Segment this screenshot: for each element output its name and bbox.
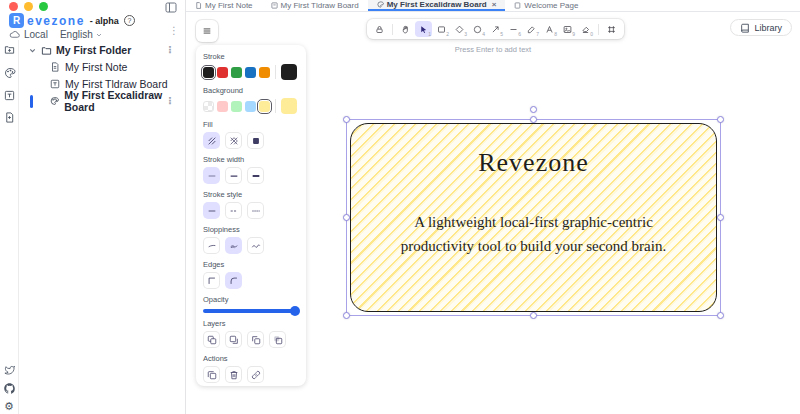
stroke-color-blue[interactable]	[245, 67, 256, 78]
window-controls	[9, 2, 48, 11]
help-icon[interactable]: ?	[124, 15, 135, 26]
add-folder-icon[interactable]	[4, 44, 15, 55]
fill-crosshatch-button[interactable]	[225, 132, 242, 149]
tab-my-first-note[interactable]: My First Note	[186, 0, 262, 11]
resize-handle-bottom-right[interactable]	[717, 312, 724, 319]
background-color-blue[interactable]	[245, 101, 256, 112]
settings-gear-icon[interactable]: ⚙	[4, 400, 14, 413]
properties-panel: Stroke Background	[196, 45, 306, 386]
resize-handle-bottom-left[interactable]	[343, 312, 350, 319]
stroke-color-red[interactable]	[217, 67, 228, 78]
stroke-width-thin-button[interactable]	[203, 167, 220, 184]
text-icon	[545, 25, 554, 34]
library-button[interactable]: Library	[730, 19, 792, 36]
current-stroke-color[interactable]	[281, 64, 297, 80]
edges-round-button[interactable]	[225, 272, 242, 289]
send-to-back-button[interactable]	[203, 331, 220, 348]
link-button[interactable]	[247, 366, 264, 383]
stroke-width-extrabold-button[interactable]	[247, 167, 264, 184]
resize-handle-top-left[interactable]	[343, 116, 350, 123]
language-selector[interactable]: English	[60, 29, 103, 40]
section-label: Background	[203, 86, 299, 95]
maximize-window-button[interactable]	[39, 2, 48, 11]
stroke-width-bold-button[interactable]	[225, 167, 242, 184]
background-color-pink[interactable]	[217, 101, 228, 112]
storage-label[interactable]: Local	[24, 29, 48, 40]
fill-solid-button[interactable]	[247, 132, 264, 149]
tree-item-my-first-excalidraw-board[interactable]: My First Excalidraw Board ⋮	[19, 93, 185, 109]
background-color-yellow[interactable]	[259, 101, 270, 112]
resize-handle-bottom[interactable]	[530, 312, 537, 319]
minimize-window-button[interactable]	[24, 2, 33, 11]
image-tool-button[interactable]: 9	[559, 21, 576, 37]
resize-handle-left[interactable]	[343, 214, 350, 221]
hand-tool-button[interactable]	[397, 21, 414, 37]
palette-icon	[50, 96, 59, 106]
sloppiness-artist-button[interactable]	[225, 237, 242, 254]
lock-icon	[375, 25, 384, 34]
drawn-rectangle[interactable]: Revezone A lightweight local-first graph…	[350, 123, 717, 312]
close-tab-icon[interactable]: ×	[492, 0, 497, 9]
stroke-color-green[interactable]	[231, 67, 242, 78]
send-backward-button[interactable]	[225, 331, 242, 348]
sidebar-more-icon[interactable]: ⋮	[169, 26, 179, 36]
sloppiness-cartoonist-button[interactable]	[247, 237, 264, 254]
collapse-sidebar-icon[interactable]	[165, 2, 177, 13]
delete-button[interactable]	[225, 366, 242, 383]
rectangle-icon	[437, 25, 446, 34]
bring-forward-button[interactable]	[247, 331, 264, 348]
stroke-color-black[interactable]	[203, 67, 214, 78]
tab-my-first-tldraw-board[interactable]: My First Tldraw Board	[262, 0, 368, 11]
stroke-style-dotted-button[interactable]	[247, 202, 264, 219]
add-note-icon[interactable]	[4, 112, 15, 123]
add-excalidraw-board-icon[interactable]	[4, 67, 16, 79]
background-color-green[interactable]	[231, 101, 242, 112]
close-window-button[interactable]	[9, 2, 18, 11]
frame-icon	[607, 25, 616, 34]
diamond-tool-button[interactable]: 3	[451, 21, 468, 37]
twitter-icon[interactable]	[4, 364, 15, 375]
hand-icon	[401, 25, 410, 34]
arrow-tool-button[interactable]: 5	[487, 21, 504, 37]
stroke-style-dashed-button[interactable]	[225, 202, 242, 219]
current-background-color[interactable]	[281, 98, 297, 114]
tree-item-my-first-note[interactable]: My First Note	[19, 59, 185, 75]
resize-handle-right[interactable]	[717, 214, 724, 221]
resize-handle-top-right[interactable]	[717, 116, 724, 123]
bring-to-front-button[interactable]	[269, 331, 286, 348]
opacity-slider-knob[interactable]	[290, 306, 300, 316]
rotate-handle[interactable]	[530, 106, 537, 113]
sloppiness-architect-button[interactable]	[203, 237, 220, 254]
excalidraw-canvas[interactable]: 1 2 3 4 5 6 7 8	[186, 12, 800, 414]
github-icon[interactable]	[4, 383, 15, 394]
tab-my-first-excalidraw-board[interactable]: My First Excalidraw Board ×	[368, 0, 506, 11]
selection-tool-button[interactable]: 1	[415, 21, 432, 37]
ellipse-tool-button[interactable]: 4	[469, 21, 486, 37]
duplicate-button[interactable]	[203, 366, 220, 383]
main-menu-button[interactable]	[196, 20, 218, 42]
shape-body-text[interactable]: A lightweight local-first graphic-centri…	[351, 210, 716, 258]
app-version-label: - alpha	[90, 16, 119, 26]
more-tools-button[interactable]	[603, 21, 620, 37]
chevron-down-icon	[28, 46, 37, 55]
folder-more-icon[interactable]: ⋮	[165, 45, 175, 55]
text-tool-button[interactable]: 8	[541, 21, 558, 37]
lock-tool-button[interactable]	[371, 21, 388, 37]
tree-folder-my-first-folder[interactable]: My First Folder ⋮	[19, 42, 185, 58]
background-color-transparent[interactable]	[203, 101, 214, 112]
shape-title-text[interactable]: Revezone	[351, 148, 716, 178]
draw-tool-button[interactable]: 7	[523, 21, 540, 37]
eraser-tool-button[interactable]: 0	[577, 21, 594, 37]
rectangle-tool-button[interactable]: 2	[433, 21, 450, 37]
tab-welcome-page[interactable]: Welcome Page	[505, 0, 587, 11]
line-tool-button[interactable]: 6	[505, 21, 522, 37]
fill-hachure-button[interactable]	[203, 132, 220, 149]
item-more-icon[interactable]: ⋮	[165, 96, 175, 106]
resize-handle-top[interactable]	[530, 116, 537, 123]
stroke-color-orange[interactable]	[259, 67, 270, 78]
stroke-style-solid-button[interactable]	[203, 202, 220, 219]
add-tldraw-board-icon[interactable]	[4, 90, 15, 101]
opacity-slider[interactable]	[203, 309, 298, 313]
edges-sharp-button[interactable]	[203, 272, 220, 289]
section-label: Layers	[203, 319, 299, 328]
